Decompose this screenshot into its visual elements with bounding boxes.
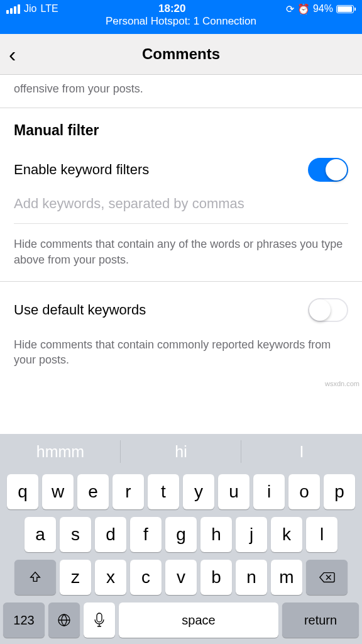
keywords-input[interactable] xyxy=(14,196,348,212)
svg-rect-1 xyxy=(97,613,102,622)
key-i[interactable]: i xyxy=(253,474,285,509)
enable-keyword-filters-toggle[interactable] xyxy=(308,158,348,182)
alarm-icon: ⏰ xyxy=(297,3,310,15)
shift-icon xyxy=(28,570,42,584)
key-o[interactable]: o xyxy=(288,474,320,509)
default-keywords-label: Use default keywords xyxy=(14,302,146,318)
key-z[interactable]: z xyxy=(60,560,91,595)
watermark: wsxdn.com xyxy=(325,380,359,387)
default-keywords-help: Hide comments that contain commonly repo… xyxy=(0,331,362,382)
backspace-icon xyxy=(319,571,335,584)
key-g[interactable]: g xyxy=(165,517,197,552)
rotation-lock-icon: ⟳ xyxy=(286,3,294,15)
globe-key[interactable] xyxy=(48,602,80,638)
key-row-2: a s d f g h j k l xyxy=(3,517,359,552)
backspace-key[interactable] xyxy=(306,560,348,595)
key-s[interactable]: s xyxy=(60,517,91,552)
globe-icon xyxy=(57,613,72,628)
manual-filter-help: Hide comments that contain any of the wo… xyxy=(0,224,362,281)
key-y[interactable]: y xyxy=(183,474,214,509)
key-p[interactable]: p xyxy=(324,474,355,509)
key-q[interactable]: q xyxy=(7,474,38,509)
key-k[interactable]: k xyxy=(271,517,302,552)
page-title: Comments xyxy=(0,45,362,63)
manual-filter-title: Manual filter xyxy=(0,108,362,139)
key-w[interactable]: w xyxy=(42,474,74,509)
status-bar: Jio LTE 18:20 ⟳ ⏰ 94% Personal Hotspot: … xyxy=(0,0,362,34)
key-row-4: 123 space return xyxy=(3,602,359,638)
signal-icon xyxy=(6,4,20,14)
carrier-label: Jio xyxy=(24,3,36,14)
nav-header: ‹ Comments xyxy=(0,34,362,75)
key-row-1: q w e r t y u i o p xyxy=(3,474,359,509)
key-n[interactable]: n xyxy=(236,560,267,595)
suggestion-1[interactable]: hmmm xyxy=(0,434,121,469)
key-d[interactable]: d xyxy=(95,517,126,552)
key-t[interactable]: t xyxy=(148,474,179,509)
return-key[interactable]: return xyxy=(282,602,359,638)
enable-keyword-filters-label: Enable keyword filters xyxy=(14,162,149,178)
numbers-key[interactable]: 123 xyxy=(3,602,45,638)
key-f[interactable]: f xyxy=(130,517,162,552)
network-label: LTE xyxy=(40,3,58,14)
key-h[interactable]: h xyxy=(200,517,232,552)
suggestion-3[interactable]: I xyxy=(241,434,362,469)
key-l[interactable]: l xyxy=(306,517,337,552)
default-keywords-toggle[interactable] xyxy=(308,298,348,322)
battery-icon xyxy=(336,5,356,13)
suggestion-bar: hmmm hi I xyxy=(0,434,362,469)
mic-icon xyxy=(94,613,105,628)
key-v[interactable]: v xyxy=(165,560,197,595)
key-c[interactable]: c xyxy=(130,560,162,595)
key-e[interactable]: e xyxy=(77,474,109,509)
hotspot-banner: Personal Hotspot: 1 Connection xyxy=(0,15,362,30)
previous-section-help: offensive from your posts. xyxy=(0,75,362,108)
key-a[interactable]: a xyxy=(25,517,56,552)
space-key[interactable]: space xyxy=(119,602,278,638)
key-row-3: z x c v b n m xyxy=(3,560,359,595)
key-b[interactable]: b xyxy=(200,560,232,595)
key-m[interactable]: m xyxy=(271,560,302,595)
battery-pct: 94% xyxy=(313,3,333,14)
key-u[interactable]: u xyxy=(218,474,250,509)
shift-key[interactable] xyxy=(14,560,56,595)
key-j[interactable]: j xyxy=(236,517,267,552)
suggestion-2[interactable]: hi xyxy=(121,434,241,469)
keyboard: hmmm hi I q w e r t y u i o p a s d f g … xyxy=(0,434,362,644)
clock: 18:20 xyxy=(158,3,185,15)
key-r[interactable]: r xyxy=(112,474,144,509)
key-x[interactable]: x xyxy=(95,560,126,595)
mic-key[interactable] xyxy=(84,602,115,638)
back-button[interactable]: ‹ xyxy=(9,43,16,65)
